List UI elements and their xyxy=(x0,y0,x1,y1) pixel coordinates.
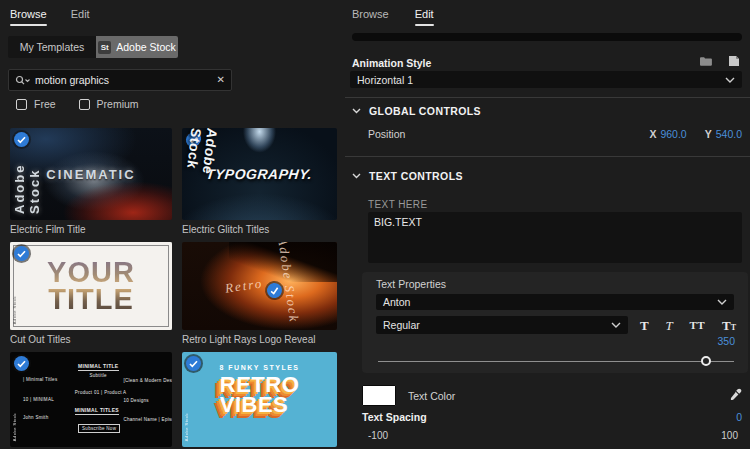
adobe-stock-watermark: Adobe Stock xyxy=(182,128,221,214)
adobe-stock-label: Adobe Stock xyxy=(116,41,176,53)
faux-bold-icon[interactable]: T xyxy=(640,319,649,332)
selected-check-icon xyxy=(14,356,29,371)
premium-checkbox[interactable]: Premium xyxy=(79,98,139,110)
essential-graphics-panel: Browse Edit My Templates St Adobe Stock … xyxy=(0,0,750,449)
position-y[interactable]: Y540.0 xyxy=(705,128,742,140)
spacing-max-label: 100 xyxy=(721,430,738,441)
thumb-art-text: CINEMATIC xyxy=(46,167,135,182)
template-title: Electric Film Title xyxy=(10,224,172,237)
tab-browse-right-label: Browse xyxy=(352,8,389,20)
template-card-retro-light-rays[interactable]: Retro Adobe Stock Retro Light Rays Logo … xyxy=(182,242,337,347)
template-title: Electric Glitch Titles xyxy=(182,224,337,237)
browse-panel: Browse Edit My Templates St Adobe Stock … xyxy=(0,0,345,449)
template-card-electric-film-title[interactable]: CINEMATIC Adobe Stock Electric Film Titl… xyxy=(10,128,172,237)
template-card-cut-out-titles[interactable]: YOUR TITLE Adobe Stock Cut Out Titles xyxy=(10,242,172,347)
global-controls-title: GLOBAL CONTROLS xyxy=(369,105,481,117)
clear-search-icon[interactable]: ✕ xyxy=(217,75,225,85)
license-filters: Free Premium xyxy=(16,98,139,110)
tab-browse-left[interactable]: Browse xyxy=(10,8,47,26)
tab-edit-left[interactable]: Edit xyxy=(71,8,90,26)
thumb-art-subtitle: 8 FUNKY STYLES xyxy=(220,364,300,371)
thumb-art-text: TYPOGRAPHY. xyxy=(206,166,314,182)
chevron-down-icon xyxy=(352,173,361,179)
adobe-stock-button[interactable]: St Adobe Stock xyxy=(96,36,178,58)
text-here-label: TEXT HERE xyxy=(368,199,428,210)
font-size-value[interactable]: 350 xyxy=(717,335,735,347)
adobe-stock-watermark: Adobe Stock xyxy=(12,296,17,324)
font-style-value: Regular xyxy=(383,319,420,331)
text-color-swatch[interactable] xyxy=(362,385,396,406)
position-label: Position xyxy=(368,128,405,140)
text-spacing-value[interactable]: 0 xyxy=(736,411,742,423)
tab-edit-right-label: Edit xyxy=(415,8,434,20)
right-tab-bar: Browse Edit xyxy=(352,8,434,26)
folder-icon[interactable] xyxy=(699,53,713,71)
chevron-down-icon xyxy=(717,299,727,305)
text-input[interactable]: BIG.TEXT xyxy=(368,212,742,263)
thumbnail-retro-vibes: 8 FUNKY STYLES RETRO VIBES Adobe Stock xyxy=(182,352,337,447)
position-y-value[interactable]: 540.0 xyxy=(716,128,742,140)
position-x[interactable]: X960.0 xyxy=(649,128,686,140)
animation-style-select[interactable]: Horizontal 1 xyxy=(350,71,742,88)
tab-browse-left-label: Browse xyxy=(10,8,47,20)
thumbnail-retro-light-rays: Retro Adobe Stock xyxy=(182,242,337,330)
chevron-down-icon xyxy=(725,77,735,83)
tab-edit-left-label: Edit xyxy=(71,8,90,20)
selected-check-icon xyxy=(186,356,201,371)
template-grid: CINEMATIC Adobe Stock Electric Film Titl… xyxy=(10,128,337,449)
thumbnail-electric-glitch-titles: TYPOGRAPHY. Adobe Stock xyxy=(182,128,337,220)
chevron-down-icon xyxy=(352,108,361,114)
edit-panel: Browse Edit Animation Style Horizontal 1 xyxy=(345,0,750,449)
thumbnail-minimal-titles: | Minimal Titles 10 | MINIMAL John Smith… xyxy=(10,352,172,447)
adobe-stock-icon: St xyxy=(98,41,111,54)
small-caps-icon[interactable]: TT xyxy=(722,319,736,332)
template-card-minimal-titles[interactable]: | Minimal Titles 10 | MINIMAL John Smith… xyxy=(10,352,172,447)
font-style-select[interactable]: Regular xyxy=(376,316,628,334)
spacing-min-label: -100 xyxy=(368,430,388,441)
position-x-value[interactable]: 960.0 xyxy=(660,128,686,140)
template-card-electric-glitch-titles[interactable]: TYPOGRAPHY. Adobe Stock Electric Glitch … xyxy=(182,128,337,237)
active-tab-underline xyxy=(415,24,434,26)
text-controls-header[interactable]: TEXT CONTROLS xyxy=(352,170,463,182)
y-axis-label: Y xyxy=(705,128,712,140)
selected-check-icon xyxy=(14,246,29,261)
global-controls-header[interactable]: GLOBAL CONTROLS xyxy=(352,105,481,117)
thumb-art-text: YOUR TITLE xyxy=(47,259,135,312)
template-source-toggle: My Templates St Adobe Stock xyxy=(8,36,178,58)
eyedropper-icon[interactable] xyxy=(729,387,742,405)
template-search-box[interactable]: ✕ xyxy=(8,69,232,91)
thumb-art-text: RETRO VIBES xyxy=(220,375,300,415)
search-icon xyxy=(15,75,30,86)
thumb-art-text: Retro xyxy=(224,275,264,296)
tab-browse-right[interactable]: Browse xyxy=(352,8,389,26)
font-size-slider[interactable] xyxy=(378,356,734,366)
adobe-stock-watermark: Adobe Stock xyxy=(184,413,189,441)
font-toggle-bar: T T TT TT xyxy=(640,316,736,334)
preview-scrubber[interactable] xyxy=(352,33,742,41)
all-caps-icon[interactable]: TT xyxy=(690,320,706,331)
thumbnail-cut-out-titles: YOUR TITLE Adobe Stock xyxy=(10,242,172,330)
template-card-retro-vibes[interactable]: 8 FUNKY STYLES RETRO VIBES Adobe Stock xyxy=(182,352,337,447)
free-checkbox[interactable]: Free xyxy=(16,98,56,110)
slider-handle[interactable] xyxy=(701,356,711,366)
divider xyxy=(345,156,750,157)
new-item-icon[interactable] xyxy=(727,53,740,71)
tab-edit-right[interactable]: Edit xyxy=(415,8,434,26)
animation-style-value: Horizontal 1 xyxy=(357,74,413,86)
divider xyxy=(345,97,750,98)
chevron-down-icon xyxy=(611,322,621,328)
free-checkbox-label: Free xyxy=(34,98,56,110)
animation-style-label: Animation Style xyxy=(352,57,431,69)
search-input[interactable] xyxy=(35,74,212,86)
my-templates-button[interactable]: My Templates xyxy=(8,36,96,58)
faux-italic-icon[interactable]: T xyxy=(665,319,672,332)
active-tab-underline xyxy=(10,24,47,26)
slider-track xyxy=(378,361,734,362)
text-properties-label: Text Properties xyxy=(376,278,446,290)
adobe-stock-watermark: Adobe Stock xyxy=(12,413,17,441)
font-family-select[interactable]: Anton xyxy=(376,294,734,310)
text-properties-group: Text Properties Anton Regular T T TT TT … xyxy=(362,272,748,373)
font-family-value: Anton xyxy=(383,296,410,308)
premium-checkbox-label: Premium xyxy=(97,98,139,110)
premium-checkbox-box xyxy=(79,99,90,110)
